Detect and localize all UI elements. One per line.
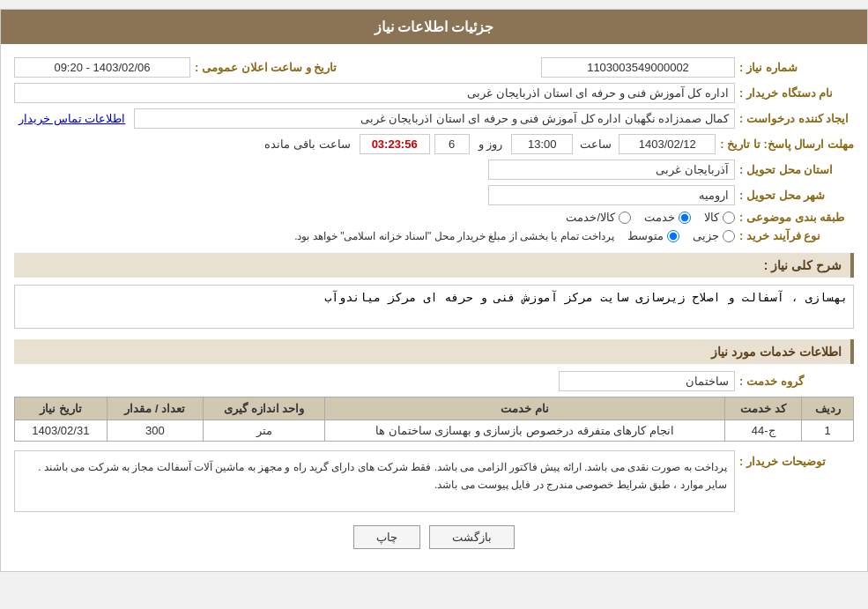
- creator-contact-link[interactable]: اطلاعات تماس خریدار: [14, 112, 130, 125]
- back-button[interactable]: بازگشت: [429, 525, 515, 549]
- buyer-notes-value: پرداخت به صورت نقدی می باشد. ارائه پیش ف…: [14, 450, 735, 512]
- cell-row: 1: [802, 420, 854, 442]
- category-kala-khedmat[interactable]: کالا/خدمت: [566, 211, 631, 224]
- buyer-notes-label: توضیحات خریدار :: [739, 450, 854, 468]
- deadline-remaining: 03:23:56: [360, 134, 430, 154]
- category-khedmat-radio[interactable]: [679, 212, 691, 224]
- table-row: 1ج-44انجام کارهای متفرقه درخصوص بازسازی …: [15, 420, 854, 442]
- category-kala-khedmat-label: کالا/خدمت: [566, 211, 615, 224]
- category-radio-group: کالا خدمت کالا/خدمت: [566, 211, 735, 224]
- cell-name: انجام کارهای متفرقه درخصوص بازسازی و بهس…: [325, 420, 725, 442]
- category-kala-radio[interactable]: [723, 212, 735, 224]
- announcement-value: 1403/02/06 - 09:20: [14, 57, 190, 78]
- category-kala-khedmat-radio[interactable]: [619, 212, 631, 224]
- purchase-type-notice: پرداخت تمام یا بخشی از مبلغ خریدار محل "…: [14, 230, 623, 242]
- purchase-type-radio-group: جزیی متوسط: [627, 229, 735, 242]
- purchase-type-label: نوع فرآیند خرید :: [739, 229, 854, 242]
- purchase-motavaset[interactable]: متوسط: [627, 229, 679, 242]
- buyer-org-value: اداره کل آموزش فنی و حرفه ای استان اذربا…: [14, 83, 735, 103]
- announcement-label: تاریخ و ساعت اعلان عمومی :: [195, 61, 337, 74]
- order-number-value: 1103003549000002: [541, 57, 735, 78]
- deadline-day-label: روز و: [474, 137, 508, 151]
- category-label: طبقه بندی موضوعی :: [739, 211, 854, 224]
- page-header: جزئیات اطلاعات نیاز: [1, 10, 867, 44]
- city-value: ارومیه: [488, 185, 735, 205]
- cell-date: 1403/02/31: [15, 420, 108, 442]
- col-quantity: تعداد / مقدار: [107, 397, 203, 420]
- col-name: نام خدمت: [325, 397, 725, 420]
- purchase-jozii[interactable]: جزیی: [693, 229, 735, 242]
- services-section-title: اطلاعات خدمات مورد نیاز: [14, 339, 854, 364]
- creator-value: کمال صمدزاده نگهبان اداره کل آموزش فنی و…: [134, 108, 735, 129]
- purchase-jozii-radio[interactable]: [723, 230, 735, 242]
- deadline-date: 1403/02/12: [619, 134, 716, 154]
- col-unit: واحد اندازه گیری: [204, 397, 325, 420]
- buttons-row: بازگشت چاپ: [14, 525, 854, 549]
- cell-quantity: 300: [107, 420, 203, 442]
- province-label: استان محل تحویل :: [739, 163, 854, 176]
- deadline-time-label: ساعت: [577, 137, 614, 151]
- order-number-label: شماره نیاز :: [739, 61, 854, 74]
- col-code: کد خدمت: [724, 397, 801, 420]
- deadline-time: 13:00: [511, 134, 573, 154]
- purchase-jozii-label: جزیی: [693, 229, 719, 242]
- deadline-label: مهلت ارسال پاسخ: تا تاریخ :: [720, 137, 854, 151]
- cell-unit: متر: [204, 420, 325, 442]
- col-row: ردیف: [802, 397, 854, 420]
- need-description-section-title: شرح کلی نیاز :: [14, 253, 854, 278]
- purchase-motavaset-radio[interactable]: [667, 230, 679, 242]
- service-group-value: ساختمان: [559, 371, 735, 391]
- category-kala-label: کالا: [704, 211, 719, 224]
- category-khedmat-label: خدمت: [644, 211, 675, 224]
- city-label: شهر محل تحویل :: [739, 189, 854, 202]
- col-date: تاریخ نیاز: [15, 397, 108, 420]
- buyer-org-label: نام دستگاه خریدار :: [739, 86, 854, 100]
- category-kala[interactable]: کالا: [704, 211, 735, 224]
- services-table: ردیف کد خدمت نام خدمت واحد اندازه گیری ت…: [14, 397, 854, 442]
- cell-code: ج-44: [724, 420, 801, 442]
- need-description-box[interactable]: بهسازی ، آسفالت و اصلاح زیرسازی سایت مرک…: [14, 285, 854, 329]
- province-value: آذربایجان غربی: [488, 160, 735, 180]
- purchase-motavaset-label: متوسط: [627, 229, 664, 242]
- service-group-label: گروه خدمت :: [739, 375, 854, 388]
- print-button[interactable]: چاپ: [353, 525, 420, 549]
- deadline-days: 6: [434, 134, 470, 154]
- deadline-remaining-label: ساعت باقی مانده: [260, 137, 354, 151]
- category-khedmat[interactable]: خدمت: [644, 211, 691, 224]
- creator-label: ایجاد کننده درخواست :: [739, 112, 854, 125]
